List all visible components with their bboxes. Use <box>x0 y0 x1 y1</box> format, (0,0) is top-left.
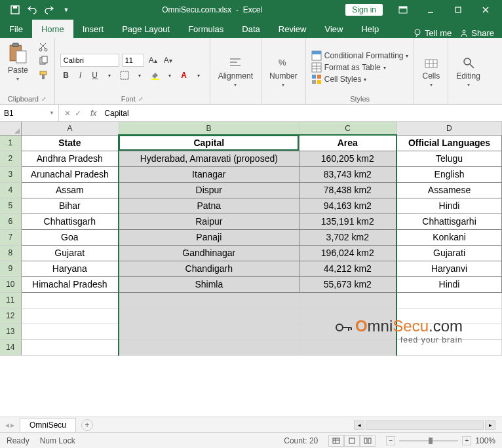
underline-button[interactable]: U <box>89 69 101 81</box>
table-cell[interactable]: Hindi <box>396 198 501 214</box>
table-cell[interactable]: Haryana <box>21 261 119 276</box>
table-cell[interactable]: 3,702 km2 <box>299 229 396 245</box>
empty-cell[interactable] <box>21 292 119 308</box>
view-normal-icon[interactable] <box>328 435 344 447</box>
cut-icon[interactable] <box>37 41 49 52</box>
empty-cell[interactable] <box>396 292 501 308</box>
fill-color-icon[interactable] <box>148 69 161 81</box>
table-cell[interactable]: English <box>396 166 501 182</box>
table-cell[interactable]: Andhra Pradesh <box>21 151 119 166</box>
table-cell[interactable]: Patna <box>119 198 299 214</box>
name-box-dropdown-icon[interactable]: ▼ <box>49 110 54 116</box>
tab-insert[interactable]: Insert <box>73 20 113 38</box>
row-head[interactable]: 3 <box>0 166 21 182</box>
undo-icon[interactable] <box>25 3 39 17</box>
sheet-nav-next-icon[interactable]: ▸ <box>10 420 14 430</box>
table-cell[interactable]: 55,673 km2 <box>299 276 396 292</box>
select-all-button[interactable] <box>0 122 21 135</box>
sign-in-button[interactable]: Sign in <box>345 4 383 16</box>
row-head[interactable]: 11 <box>0 292 21 308</box>
empty-cell[interactable] <box>21 339 119 355</box>
header-cell[interactable]: State <box>21 135 119 151</box>
tell-me-button[interactable]: Tell me <box>413 28 452 38</box>
row-head[interactable]: 13 <box>0 324 21 339</box>
redo-icon[interactable] <box>42 3 56 17</box>
italic-button[interactable]: I <box>75 69 87 81</box>
empty-cell[interactable] <box>299 308 396 324</box>
row-head[interactable]: 12 <box>0 308 21 324</box>
table-cell[interactable]: Hindi <box>396 276 501 292</box>
save-icon[interactable] <box>8 3 22 17</box>
row-head[interactable]: 9 <box>0 261 21 276</box>
table-cell[interactable]: Shimla <box>119 276 299 292</box>
col-head-c[interactable]: C <box>299 122 396 135</box>
font-size-input[interactable] <box>122 54 144 67</box>
hscroll-left-icon[interactable]: ◂ <box>354 420 364 430</box>
cancel-formula-icon[interactable]: ✕ <box>64 109 71 118</box>
view-page-break-icon[interactable] <box>360 435 376 447</box>
row-head[interactable]: 7 <box>0 229 21 245</box>
table-cell[interactable]: Dispur <box>119 182 299 198</box>
decrease-font-icon[interactable]: A▾ <box>162 54 174 66</box>
zoom-out-button[interactable]: − <box>386 436 395 445</box>
col-head-a[interactable]: A <box>21 122 119 135</box>
qat-dropdown-icon[interactable]: ▼ <box>59 3 73 17</box>
table-cell[interactable]: 135,191 km2 <box>299 214 396 229</box>
table-cell[interactable]: Konkani <box>396 229 501 245</box>
table-cell[interactable]: Bihar <box>21 198 119 214</box>
zoom-in-button[interactable]: + <box>462 436 471 445</box>
hscroll-track[interactable] <box>366 420 484 430</box>
table-cell[interactable]: Arunachal Pradesh <box>21 166 119 182</box>
tab-home[interactable]: Home <box>32 20 73 38</box>
clipboard-launcher-icon[interactable]: ⤢ <box>41 96 47 102</box>
maximize-icon[interactable] <box>444 0 472 20</box>
paste-button[interactable]: Paste ▾ <box>5 41 31 94</box>
tab-help[interactable]: Help <box>352 20 388 38</box>
bold-button[interactable]: B <box>60 69 72 81</box>
table-cell[interactable]: Goa <box>21 229 119 245</box>
conditional-formatting-button[interactable]: Conditional Formatting ▾ <box>311 50 409 61</box>
table-cell[interactable]: Gujarati <box>396 245 501 261</box>
hscroll-right-icon[interactable]: ▸ <box>485 420 495 430</box>
empty-cell[interactable] <box>119 339 299 355</box>
tab-data[interactable]: Data <box>233 20 269 38</box>
table-cell[interactable]: Raipur <box>119 214 299 229</box>
row-head[interactable]: 6 <box>0 214 21 229</box>
empty-cell[interactable] <box>21 324 119 339</box>
name-box-input[interactable] <box>4 109 49 118</box>
close-icon[interactable] <box>472 0 499 20</box>
font-name-input[interactable] <box>60 54 119 67</box>
table-cell[interactable]: Telugu <box>396 151 501 166</box>
empty-cell[interactable] <box>119 324 299 339</box>
format-painter-icon[interactable] <box>37 69 49 81</box>
row-head[interactable]: 2 <box>0 151 21 166</box>
table-cell[interactable]: Chhattisgarhi <box>396 214 501 229</box>
table-cell[interactable]: Gujarat <box>21 245 119 261</box>
fx-button[interactable]: fx <box>87 109 100 118</box>
table-cell[interactable]: Himachal Pradesh <box>21 276 119 292</box>
tab-file[interactable]: File <box>0 20 32 38</box>
table-cell[interactable]: 44,212 km2 <box>299 261 396 276</box>
copy-icon[interactable] <box>37 55 49 67</box>
row-head[interactable]: 8 <box>0 245 21 261</box>
table-cell[interactable]: Panaji <box>119 229 299 245</box>
cells-button[interactable]: Cells▾ <box>419 54 442 89</box>
table-cell[interactable]: Hyderabad, Amaravati (proposed) <box>119 151 299 166</box>
empty-cell[interactable] <box>119 292 299 308</box>
empty-cell[interactable] <box>299 339 396 355</box>
row-head[interactable]: 5 <box>0 198 21 214</box>
active-cell[interactable]: Capital <box>119 135 299 151</box>
table-cell[interactable]: 78,438 km2 <box>299 182 396 198</box>
format-as-table-button[interactable]: Format as Table ▾ <box>311 62 409 73</box>
table-cell[interactable]: 196,024 km2 <box>299 245 396 261</box>
view-page-layout-icon[interactable] <box>344 435 360 447</box>
table-cell[interactable]: Assam <box>21 182 119 198</box>
row-head[interactable]: 1 <box>0 135 21 151</box>
col-head-d[interactable]: D <box>396 122 501 135</box>
share-button[interactable]: Share <box>459 28 494 38</box>
sheet-tab[interactable]: OmniSecu <box>20 418 76 432</box>
tab-review[interactable]: Review <box>269 20 316 38</box>
table-cell[interactable]: Chandigarh <box>119 261 299 276</box>
col-head-b[interactable]: B <box>119 122 299 135</box>
increase-font-icon[interactable]: A▴ <box>147 54 159 66</box>
